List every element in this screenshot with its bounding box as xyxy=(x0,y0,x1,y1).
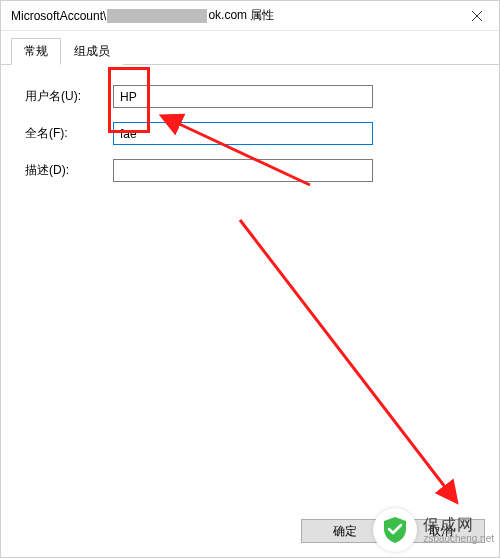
row-description: 描述(D): xyxy=(25,159,479,182)
label-description: 描述(D): xyxy=(25,162,113,179)
title-prefix: MicrosoftAccount\ xyxy=(11,9,106,23)
ok-button[interactable]: 确定 xyxy=(301,519,389,543)
title-suffix: ok.com 属性 xyxy=(208,7,274,24)
close-button[interactable] xyxy=(454,1,499,31)
properties-dialog: MicrosoftAccount\ ok.com 属性 常规 组成员 用户名(U… xyxy=(0,0,500,558)
input-fullname[interactable] xyxy=(113,122,373,145)
tab-bar: 常规 组成员 xyxy=(1,31,499,65)
input-username[interactable] xyxy=(113,85,373,108)
row-username: 用户名(U): xyxy=(25,85,479,108)
button-bar: 确定 取消 xyxy=(1,508,499,557)
input-description[interactable] xyxy=(113,159,373,182)
tab-content: 用户名(U): 全名(F): 描述(D): xyxy=(1,65,499,508)
tab-members[interactable]: 组成员 xyxy=(61,38,123,65)
cancel-button[interactable]: 取消 xyxy=(397,519,485,543)
label-username: 用户名(U): xyxy=(25,88,113,105)
label-fullname: 全名(F): xyxy=(25,125,113,142)
redacted-account xyxy=(107,9,207,23)
close-icon xyxy=(472,11,482,21)
titlebar: MicrosoftAccount\ ok.com 属性 xyxy=(1,1,499,31)
row-fullname: 全名(F): xyxy=(25,122,479,145)
tab-general[interactable]: 常规 xyxy=(11,38,61,65)
window-title: MicrosoftAccount\ ok.com 属性 xyxy=(11,7,274,24)
